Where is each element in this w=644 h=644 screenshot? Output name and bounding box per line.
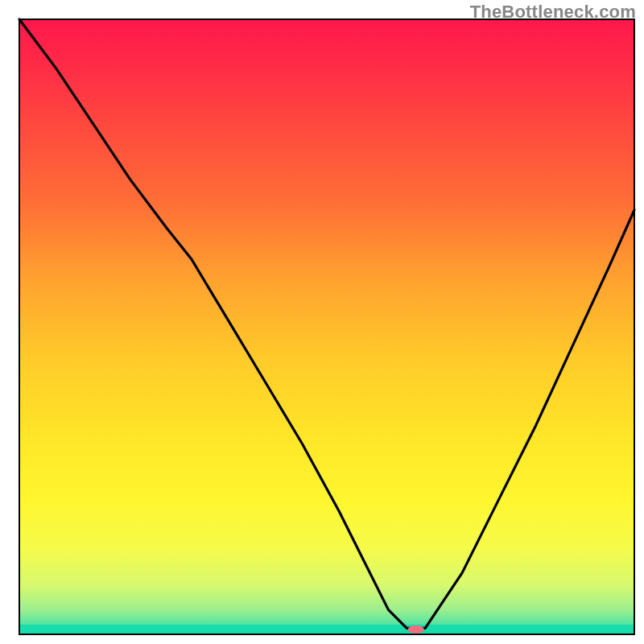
watermark-text: TheBottleneck.com <box>470 2 636 23</box>
bottleneck-chart <box>0 0 644 644</box>
minimum-marker <box>408 625 424 634</box>
plot-background <box>19 19 634 634</box>
bottom-green-strip <box>19 625 634 634</box>
chart-container: TheBottleneck.com <box>0 0 644 644</box>
